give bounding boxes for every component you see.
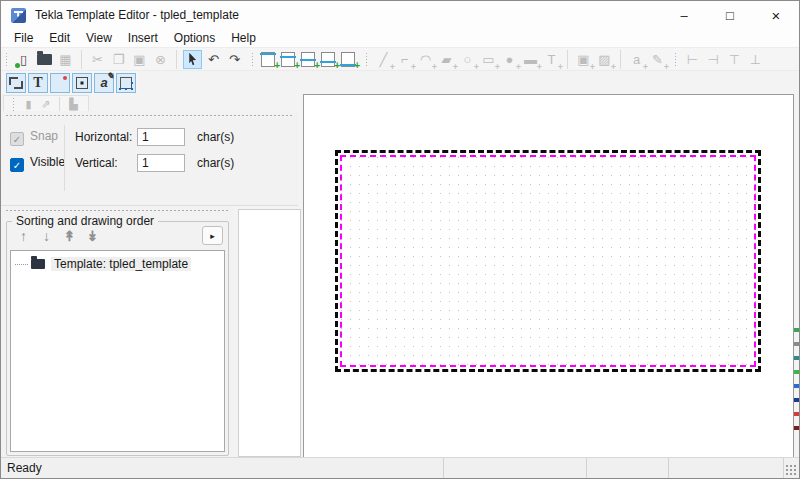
menu-file[interactable]: File [6,31,41,45]
menu-options[interactable]: Options [166,31,223,45]
add-polyline-button[interactable]: ⌐ [395,50,414,69]
maximize-button[interactable]: □ [707,1,753,29]
menu-edit[interactable]: Edit [41,31,78,45]
color-swatch[interactable] [794,328,799,332]
toolbar-group: ▮⇗ [8,97,56,112]
panel-divider [64,125,65,191]
add-page-header-button[interactable] [281,52,295,67]
add-header-button[interactable] [261,52,275,67]
sorting-title: Sorting and drawing order [12,214,158,228]
expand-button[interactable]: ▸ [202,226,223,245]
panel-grip[interactable] [5,209,229,212]
add-text-button[interactable]: T [542,50,561,69]
move-to-top-button[interactable]: ↟ [59,227,80,245]
toolbar-group: a✎ [620,50,670,69]
redo-button[interactable]: ↷ [225,50,244,69]
pen-tool-button[interactable]: ▮ [21,97,36,112]
snap-checkbox[interactable] [10,132,24,146]
move-down-button[interactable]: ↓ [36,227,57,245]
status-segment [444,458,587,478]
tree-connector [15,264,28,265]
vertical-input[interactable] [137,154,185,172]
toolbar-group: ▣▨ [567,50,617,69]
toolbar-group: ↶↷ [176,50,247,69]
align-left-button[interactable]: ⊢ [683,50,702,69]
add-value-field-button[interactable]: a [627,50,646,69]
add-polygon-button[interactable]: ▰ [437,50,456,69]
tree-item-template[interactable]: Template: tpled_template [15,257,224,271]
template-canvas[interactable] [303,94,794,458]
add-footer-button[interactable] [341,52,355,67]
horizontal-label: Horizontal: [75,130,137,144]
add-picture-button[interactable]: ▨ [595,50,614,69]
toolbar-group: ↑↓↟↡ [10,227,106,245]
menu-help[interactable]: Help [223,31,264,45]
minimize-button[interactable]: – [661,1,707,29]
title-bar: Tekla Template Editor - tpled_template –… [1,1,799,29]
color-swatch[interactable] [794,426,799,430]
add-line-button[interactable]: ╱ [374,50,393,69]
paste-button[interactable]: ▣ [130,50,149,69]
visible-checkbox[interactable] [10,158,24,172]
resize-grip[interactable] [785,464,797,476]
toggle-symbols-button[interactable] [72,73,92,93]
cut-button[interactable]: ✂ [88,50,107,69]
add-page-footer-button[interactable] [321,52,335,67]
new-template-button[interactable]: ▯ [14,50,33,69]
horizontal-input[interactable] [137,128,185,146]
select-tool-button[interactable] [183,50,202,69]
save-template-button[interactable]: ▦ [56,50,75,69]
color-swatch[interactable] [794,412,799,416]
align-top-button[interactable]: ⊤ [725,50,744,69]
move-up-button[interactable]: ↑ [13,227,34,245]
open-template-button[interactable] [37,54,52,65]
toggle-pictures-button[interactable] [50,73,70,93]
horizontal-unit: char(s) [197,130,234,144]
delete-button[interactable]: ⊗ [151,50,170,69]
edit-value-field-button[interactable]: ✎ [648,50,667,69]
toolbar-group: ▯▦ [1,50,78,69]
add-arc-button[interactable]: ◠ [416,50,435,69]
menu-insert[interactable]: Insert [120,31,166,45]
align-bottom-button[interactable]: ⊥ [746,50,765,69]
menu-view[interactable]: View [78,31,120,45]
add-rectangle-button[interactable]: ▭ [479,50,498,69]
align-right-button[interactable]: ⊣ [704,50,723,69]
flip-tool-button[interactable]: ⇗ [38,97,53,112]
close-button[interactable]: × [753,1,799,29]
add-filled-rectangle-button[interactable]: ▬ [521,50,540,69]
toolbar-group: ▙ [59,97,84,112]
color-swatch[interactable] [794,356,799,360]
toggle-components-button[interactable] [116,73,136,93]
visible-label: Visible [30,155,65,169]
vertical-label: Vertical: [75,156,137,170]
add-row-button[interactable] [301,52,315,67]
snap-label: Snap [30,129,58,143]
undo-button[interactable]: ↶ [204,50,223,69]
template-margin-grid[interactable] [340,155,756,367]
color-swatch[interactable] [794,370,799,374]
app-window: Tekla Template Editor - tpled_template –… [0,0,800,479]
toggle-lines-button[interactable] [6,73,26,93]
color-swatch[interactable] [794,384,799,388]
folder-icon [31,259,45,269]
window-controls: – □ × [661,1,799,29]
color-swatch[interactable] [794,398,799,402]
toolbar-group: ⊢⊣⊤⊥ [670,50,768,69]
panel-grip[interactable] [5,114,294,117]
add-filled-circle-button[interactable]: ● [500,50,519,69]
toggle-texts-button[interactable]: T [28,73,48,93]
status-segment [669,458,784,478]
fill-tool-button[interactable]: ▙ [66,97,81,112]
vertical-unit: char(s) [197,156,234,170]
toggle-value-fields-button[interactable]: a [94,73,114,93]
grid-settings-panel: Snap Visible Horizontal: char(s) Vertica… [1,111,298,206]
color-swatch[interactable] [794,342,799,346]
add-circle-button[interactable]: ○ [458,50,477,69]
move-to-bottom-button[interactable]: ↡ [82,227,103,245]
snap-row: Snap [10,129,58,146]
copy-button[interactable]: ❐ [109,50,128,69]
template-boundary[interactable] [335,150,761,372]
add-symbol-button[interactable]: ▣ [574,50,593,69]
toolbar-group: Ta [3,73,139,93]
